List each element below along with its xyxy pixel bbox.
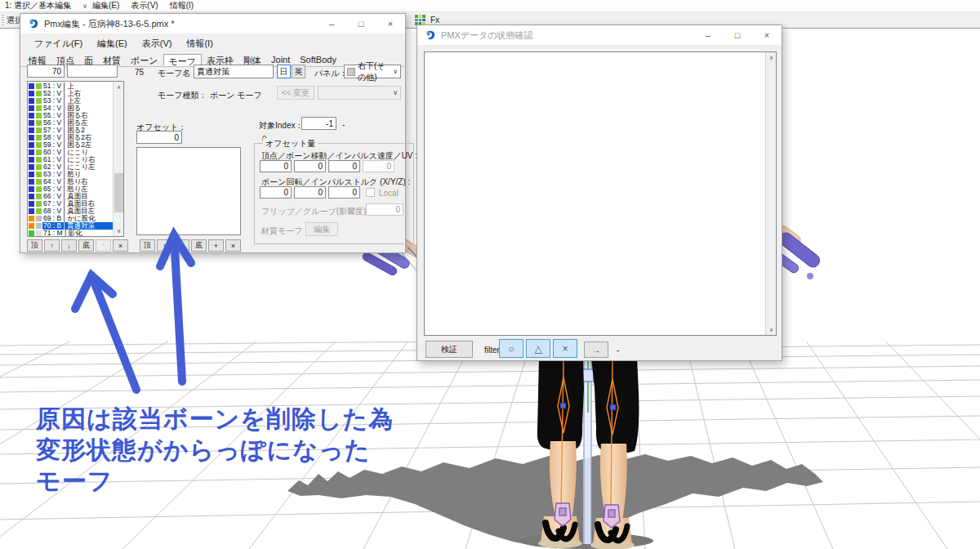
morph-color-swatch-2 <box>36 157 42 163</box>
offset-value-input[interactable] <box>260 160 292 172</box>
pmx-app-icon <box>27 18 39 30</box>
list-button-↑[interactable]: ↑ <box>157 239 172 252</box>
morph-color-swatch-2 <box>36 120 42 126</box>
list-button-底[interactable]: 底 <box>78 239 94 252</box>
tab-ボーン[interactable]: ボーン <box>126 54 163 66</box>
morph-color-swatch-2 <box>36 216 42 221</box>
offset-list-buttons: 頂↑↓底+× <box>140 239 241 252</box>
menubar-item-編集(E)[interactable]: 編集(E) <box>92 0 131 11</box>
morph-color-swatch-2 <box>36 127 42 133</box>
morph-color-swatch-1 <box>29 127 34 133</box>
morph-color-swatch-2 <box>36 186 42 192</box>
pmx-edit-window: Pmx編集 - 厄病神8-13-6-5.pmx * – □ × ファイル(F)編… <box>20 13 406 253</box>
morph-type-label: モーフ種類： <box>158 90 207 101</box>
close-icon[interactable]: × <box>752 25 782 45</box>
maximize-icon[interactable]: □ <box>346 14 376 33</box>
chevron-down-icon: ∨ <box>393 68 398 75</box>
offset-value-input[interactable] <box>328 186 360 199</box>
scroll-up-icon[interactable]: ∧ <box>114 82 124 92</box>
scroll-down-icon[interactable]: ∨ <box>766 324 777 335</box>
list-button-↓[interactable]: ↓ <box>174 239 189 252</box>
offset-value-input[interactable] <box>260 186 292 199</box>
morph-color-swatch-1 <box>29 83 34 89</box>
minimize-icon[interactable]: – <box>317 14 346 33</box>
filter-button-○[interactable]: ○ <box>499 339 523 358</box>
next-arrow-button[interactable]: → <box>584 341 608 358</box>
mode-select-dropdown[interactable]: 1: 選択／基本編集 ∨ <box>0 0 92 12</box>
morph-search-input[interactable] <box>67 65 118 78</box>
verify-button[interactable]: 検証 <box>425 341 473 358</box>
pmx-titlebar[interactable]: Pmx編集 - 厄病神8-13-6-5.pmx * – □ × <box>20 14 405 33</box>
list-button-頂[interactable]: 頂 <box>140 239 155 252</box>
state-titlebar[interactable]: PMXデータの状態確認 – □ × <box>417 25 782 45</box>
morph-color-swatch-2 <box>36 142 42 148</box>
material-edit-button[interactable]: 編集 <box>305 222 338 236</box>
local-label: Local <box>379 189 399 198</box>
chevron-down-icon: ∨ <box>393 89 398 96</box>
pmx-menu-item[interactable]: ファイル(F) <box>27 36 90 51</box>
morph-list-scrollbar[interactable]: ∧ ∨ <box>113 82 123 236</box>
morph-name-input[interactable] <box>194 65 274 78</box>
maximize-icon[interactable]: □ <box>723 25 752 45</box>
offset-amount-group: オフセット量 頂点／ボーン移動／インパルス速度／UV : ボーン回転／インパルス… <box>254 143 414 244</box>
annotation-line: モーフ <box>36 466 394 497</box>
pmx-menu-bar: ファイル(F)編集(E)表示(V)情報(I) <box>20 33 405 53</box>
local-checkbox[interactable] <box>366 188 375 197</box>
offset-value-input[interactable] <box>294 160 326 172</box>
morph-index-input[interactable] <box>27 65 65 78</box>
type-dropdown-disabled[interactable]: ∨ <box>318 86 401 100</box>
morph-list[interactable]: 51 : V | 上52 : V | 上右53 : V | 上左54 : V |… <box>27 81 124 237</box>
offset-list[interactable] <box>136 147 241 235</box>
morph-color-swatch-1 <box>29 142 34 148</box>
scroll-down-icon[interactable]: ∨ <box>114 225 124 236</box>
scroll-up-icon[interactable]: ∧ <box>766 52 777 63</box>
flip-group-input[interactable] <box>366 203 403 216</box>
en-toggle-button[interactable]: 英 <box>292 65 305 78</box>
menubar-item-表示(V)[interactable]: 表示(V) <box>131 0 169 11</box>
pmx-menu-item[interactable]: 編集(E) <box>90 36 135 51</box>
morph-color-swatch-1 <box>29 172 34 177</box>
scrollbar-thumb[interactable] <box>114 173 123 212</box>
list-button-↓[interactable]: ↓ <box>61 239 77 252</box>
pmx-app-icon <box>424 29 436 42</box>
change-type-button[interactable]: << 変更 <box>277 86 314 100</box>
morph-color-swatch-2 <box>36 201 42 207</box>
list-button-×[interactable]: × <box>113 239 128 252</box>
filter-button-△[interactable]: △ <box>526 339 550 358</box>
morph-row[interactable]: 71 : M | 影化 <box>28 230 113 237</box>
target-index-input[interactable] <box>301 117 336 130</box>
morph-color-swatch-2 <box>36 150 42 155</box>
pmx-menu-item[interactable]: 情報(I) <box>179 36 220 51</box>
morph-color-swatch-1 <box>29 194 34 199</box>
list-button-頂[interactable]: 頂 <box>27 239 42 252</box>
pmx-window-title: Pmx編集 - 厄病神8-13-6-5.pmx * <box>44 18 175 30</box>
morph-color-swatch-1 <box>29 216 34 221</box>
close-icon[interactable]: × <box>376 14 405 33</box>
morph-color-swatch-2 <box>36 172 42 177</box>
morph-color-swatch-1 <box>29 208 34 214</box>
vertex-move-inputs <box>260 160 394 172</box>
offset-value-input[interactable] <box>328 160 360 172</box>
toolbar-grip[interactable] <box>2 15 4 25</box>
filter-button-×[interactable]: × <box>553 339 577 358</box>
list-button-+[interactable]: + <box>208 239 224 252</box>
jp-toggle-button[interactable]: 日 <box>277 65 291 78</box>
fx-tab-label[interactable]: Fx <box>430 16 439 25</box>
offset-index-input[interactable] <box>136 131 182 144</box>
morph-color-swatch-1 <box>29 157 34 163</box>
morph-color-swatch-1 <box>29 223 34 229</box>
morph-list-buttons: 頂↑↓底・× <box>27 239 128 252</box>
list-button-×[interactable]: × <box>225 239 241 252</box>
menubar-item-情報(I)[interactable]: 情報(I) <box>170 0 205 11</box>
state-result-list[interactable]: ∧ ∨ <box>424 51 777 336</box>
state-list-scrollbar[interactable]: ∧ ∨ <box>765 52 776 335</box>
list-button-↑[interactable]: ↑ <box>44 239 60 252</box>
offset-value-input[interactable] <box>294 186 326 199</box>
list-button-・[interactable]: ・ <box>96 239 111 252</box>
minimize-icon[interactable]: – <box>693 25 723 45</box>
offset-value-input[interactable] <box>363 160 394 172</box>
panel-dropdown[interactable]: 右下(その他) ∨ <box>344 65 401 78</box>
list-button-底[interactable]: 底 <box>191 239 207 252</box>
morph-color-swatch-2 <box>36 98 42 104</box>
pmx-menu-item[interactable]: 表示(V) <box>135 36 180 51</box>
